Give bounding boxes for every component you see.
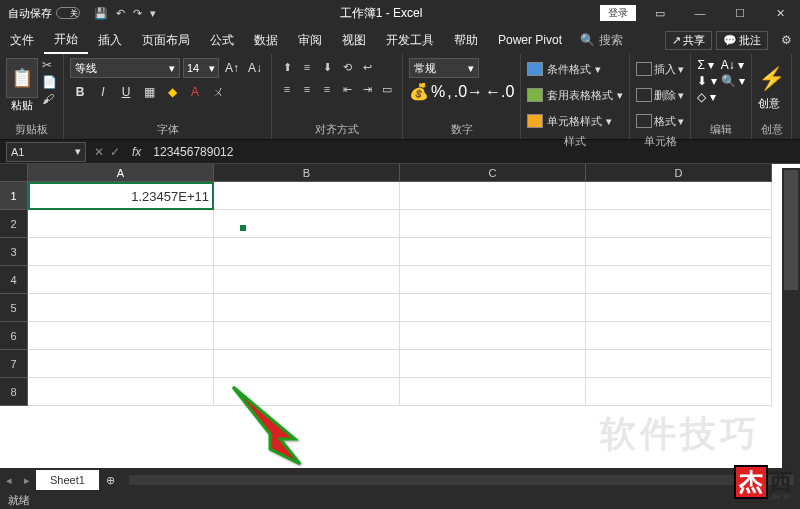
- cell[interactable]: [586, 266, 772, 294]
- paste-button[interactable]: 粘贴: [6, 98, 38, 113]
- cell[interactable]: [586, 294, 772, 322]
- cell[interactable]: [28, 322, 214, 350]
- cell[interactable]: [214, 210, 400, 238]
- font-name-select[interactable]: 等线▾: [70, 58, 180, 78]
- wrap-text-icon[interactable]: ↩: [358, 58, 376, 76]
- align-top-icon[interactable]: ⬆: [278, 58, 296, 76]
- cut-icon[interactable]: ✂: [42, 58, 57, 72]
- col-header-c[interactable]: C: [400, 164, 586, 182]
- tab-formulas[interactable]: 公式: [200, 26, 244, 54]
- col-header-b[interactable]: B: [214, 164, 400, 182]
- search-box[interactable]: 🔍 搜索: [572, 32, 631, 49]
- row-header-6[interactable]: 6: [0, 322, 28, 350]
- fill-icon[interactable]: ⬇ ▾: [697, 74, 716, 88]
- ribbon-options-icon[interactable]: ▭: [640, 0, 680, 26]
- cell[interactable]: [28, 210, 214, 238]
- cell[interactable]: [28, 266, 214, 294]
- fill-handle[interactable]: [240, 225, 246, 231]
- increase-font-icon[interactable]: A↑: [222, 58, 242, 78]
- align-center-icon[interactable]: ≡: [298, 80, 316, 98]
- tab-powerpivot[interactable]: Power Pivot: [488, 26, 572, 54]
- decrease-indent-icon[interactable]: ⇤: [338, 80, 356, 98]
- comments-button[interactable]: 💬批注: [716, 31, 768, 50]
- cell[interactable]: [400, 210, 586, 238]
- cell[interactable]: [586, 182, 772, 210]
- cell[interactable]: [214, 182, 400, 210]
- underline-button[interactable]: U: [116, 82, 136, 102]
- table-format-button[interactable]: 套用表格格式▾: [527, 84, 623, 106]
- cell[interactable]: [400, 350, 586, 378]
- cell[interactable]: [400, 182, 586, 210]
- save-icon[interactable]: 💾: [94, 7, 108, 20]
- row-header-5[interactable]: 5: [0, 294, 28, 322]
- cell[interactable]: [28, 378, 214, 406]
- cell[interactable]: [400, 322, 586, 350]
- settings-icon[interactable]: ⚙: [772, 33, 800, 47]
- align-middle-icon[interactable]: ≡: [298, 58, 316, 76]
- row-header-4[interactable]: 4: [0, 266, 28, 294]
- cell[interactable]: [586, 210, 772, 238]
- cell[interactable]: [586, 378, 772, 406]
- undo-icon[interactable]: ↶: [116, 7, 125, 20]
- copy-icon[interactable]: 📄: [42, 75, 57, 89]
- tab-layout[interactable]: 页面布局: [132, 26, 200, 54]
- number-format-select[interactable]: 常规▾: [409, 58, 479, 78]
- decrease-decimal-icon[interactable]: ←.0: [485, 83, 514, 101]
- row-header-7[interactable]: 7: [0, 350, 28, 378]
- cell[interactable]: [400, 266, 586, 294]
- paste-icon[interactable]: 📋: [6, 58, 38, 98]
- percent-icon[interactable]: %: [431, 83, 445, 101]
- comma-icon[interactable]: ,: [447, 83, 451, 101]
- tab-review[interactable]: 审阅: [288, 26, 332, 54]
- tab-view[interactable]: 视图: [332, 26, 376, 54]
- hscroll-track[interactable]: [129, 475, 794, 485]
- cell[interactable]: [28, 238, 214, 266]
- fill-color-icon[interactable]: ◆: [162, 82, 182, 102]
- delete-cells-button[interactable]: 删除▾: [636, 84, 684, 106]
- align-left-icon[interactable]: ≡: [278, 80, 296, 98]
- ideas-icon[interactable]: ⚡: [758, 66, 785, 92]
- italic-button[interactable]: I: [93, 82, 113, 102]
- enter-formula-icon[interactable]: ✓: [110, 145, 120, 159]
- name-box[interactable]: A1▾: [6, 142, 86, 162]
- cell[interactable]: [586, 350, 772, 378]
- decrease-font-icon[interactable]: A↓: [245, 58, 265, 78]
- insert-cells-button[interactable]: 插入▾: [636, 58, 684, 80]
- sheet-nav-next-icon[interactable]: ▸: [18, 474, 36, 487]
- format-painter-icon[interactable]: 🖌: [42, 92, 57, 106]
- cell[interactable]: [400, 378, 586, 406]
- border-icon[interactable]: ▦: [139, 82, 159, 102]
- increase-decimal-icon[interactable]: .0→: [454, 83, 483, 101]
- add-sheet-icon[interactable]: ⊕: [99, 474, 123, 487]
- align-right-icon[interactable]: ≡: [318, 80, 336, 98]
- tab-data[interactable]: 数据: [244, 26, 288, 54]
- share-button[interactable]: ↗共享: [665, 31, 712, 50]
- cell[interactable]: [214, 266, 400, 294]
- cancel-formula-icon[interactable]: ✕: [94, 145, 104, 159]
- vertical-scrollbar[interactable]: [782, 168, 800, 468]
- col-header-d[interactable]: D: [586, 164, 772, 182]
- maximize-icon[interactable]: ☐: [720, 0, 760, 26]
- font-color-icon[interactable]: A: [185, 82, 205, 102]
- phonetic-icon[interactable]: ㄨ: [208, 82, 228, 102]
- autosum-icon[interactable]: Σ ▾: [697, 58, 716, 72]
- cell[interactable]: [214, 350, 400, 378]
- sheet-nav-prev-icon[interactable]: ◂: [0, 474, 18, 487]
- close-icon[interactable]: ✕: [760, 0, 800, 26]
- format-cells-button[interactable]: 格式▾: [636, 110, 684, 132]
- qat-dropdown-icon[interactable]: ▾: [150, 7, 156, 20]
- cell[interactable]: [214, 294, 400, 322]
- redo-icon[interactable]: ↷: [133, 7, 142, 20]
- cell[interactable]: [586, 322, 772, 350]
- font-size-select[interactable]: 14▾: [183, 58, 219, 78]
- cell[interactable]: [28, 294, 214, 322]
- row-header-2[interactable]: 2: [0, 210, 28, 238]
- cell[interactable]: [400, 294, 586, 322]
- fx-icon[interactable]: fx: [126, 145, 147, 159]
- row-header-1[interactable]: 1: [0, 182, 28, 210]
- cell[interactable]: [214, 322, 400, 350]
- login-button[interactable]: 登录: [600, 5, 636, 21]
- select-all-corner[interactable]: [0, 164, 28, 182]
- clear-icon[interactable]: ◇ ▾: [697, 90, 716, 104]
- bold-button[interactable]: B: [70, 82, 90, 102]
